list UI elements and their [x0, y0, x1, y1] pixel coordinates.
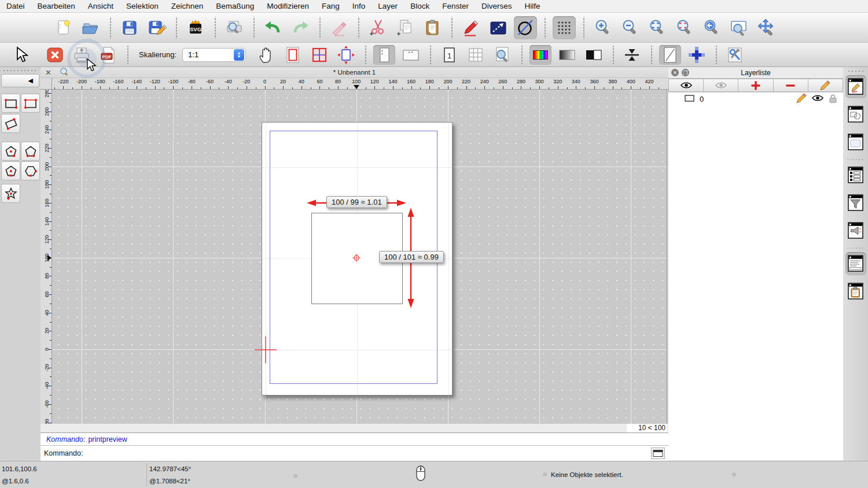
drawing-viewport[interactable]: 100 / 99 ≈ 1.01 100 / 101 ≈ 0.99	[52, 90, 667, 424]
new-document-button[interactable]	[52, 16, 75, 39]
zoom-page-button[interactable]	[491, 45, 513, 65]
zoom-in-button[interactable]	[591, 16, 615, 39]
layer-row[interactable]: 0	[668, 93, 843, 105]
ruler-tick	[576, 86, 576, 89]
print-preview-button[interactable]	[223, 16, 246, 39]
settings-tools-button[interactable]	[724, 45, 746, 65]
menu-fenster[interactable]: Fenster	[436, 0, 475, 13]
landscape-page-button[interactable]	[400, 45, 422, 65]
menu-zeichnen[interactable]: Zeichnen	[165, 0, 210, 13]
menu-info[interactable]: Info	[346, 0, 372, 13]
menu-datei[interactable]: Datei	[0, 0, 31, 13]
menu-ansicht[interactable]: Ansicht	[82, 0, 120, 13]
dock-command-button[interactable]	[845, 252, 866, 275]
draw-pen-button[interactable]	[459, 16, 483, 39]
menu-block[interactable]: Block	[404, 0, 436, 13]
polygon-2vertices-tool-button[interactable]	[21, 142, 40, 161]
draft-mode-button[interactable]	[514, 16, 537, 39]
zoom-out-button[interactable]	[619, 16, 642, 39]
pan-hand-button[interactable]	[255, 45, 277, 65]
layer-rect-icon	[685, 94, 695, 104]
edit-layer-button[interactable]	[808, 79, 843, 92]
ruler-label: 240	[44, 124, 50, 135]
toolbar-separator	[172, 17, 180, 39]
blackwhite-mode-button[interactable]	[583, 45, 605, 65]
crosshair-plus-button[interactable]	[686, 45, 708, 65]
grid-spacing-status: 10 < 100	[627, 424, 667, 432]
relative-polar-coordinates: @1.7088<21°	[149, 478, 190, 485]
layer-visibility-icon[interactable]	[811, 93, 824, 105]
ruler-label: -40	[44, 380, 50, 391]
rotated-rect-tool-button[interactable]	[1, 114, 20, 133]
scale-select[interactable]: 1:1▲▼	[182, 48, 246, 62]
dock-shapes-button[interactable]	[845, 103, 866, 126]
polygon-center-vertex-tool-button[interactable]	[1, 142, 20, 161]
eye-visible-button[interactable]	[668, 79, 704, 92]
palette-back-button[interactable]: ◀	[1, 74, 39, 87]
dock-blank-button[interactable]	[845, 131, 866, 154]
portrait-page-button[interactable]	[373, 45, 395, 65]
printer-button[interactable]	[71, 45, 93, 65]
menu-diverses[interactable]: Diverses	[475, 0, 518, 13]
save-as-button[interactable]	[145, 16, 168, 39]
close-x-button[interactable]	[44, 45, 66, 65]
vertical-fit-button[interactable]	[621, 45, 643, 65]
pages-grid-button[interactable]	[308, 45, 330, 65]
stepper-icon[interactable]: ▲▼	[234, 49, 244, 61]
delete-eraser-button[interactable]	[328, 16, 351, 39]
undo-button[interactable]	[262, 16, 285, 39]
menu-fang[interactable]: Fang	[315, 0, 346, 13]
paste-button[interactable]	[421, 16, 444, 39]
color-mode-button[interactable]	[529, 45, 551, 65]
fit-page-button[interactable]	[335, 45, 357, 65]
add-layer-button[interactable]	[738, 79, 773, 92]
open-folder-button[interactable]	[79, 16, 102, 39]
grayscale-mode-button[interactable]	[556, 45, 578, 65]
hexagon-tool-button[interactable]	[21, 161, 40, 180]
dock-block-button[interactable]	[845, 219, 866, 242]
page-line-button[interactable]	[659, 45, 681, 65]
export-pdf-button[interactable]: PDF	[97, 45, 119, 65]
palette-drag-handle[interactable]	[2, 69, 38, 72]
single-page-button[interactable]: 1	[438, 45, 460, 65]
zoom-pan-button[interactable]	[755, 16, 778, 39]
edit-layer-icon[interactable]	[795, 93, 808, 106]
save-button[interactable]	[118, 16, 141, 39]
zoom-selection-button[interactable]	[673, 16, 696, 39]
command-detach-button[interactable]	[651, 448, 665, 459]
menu-modifizieren[interactable]: Modifizieren	[260, 0, 315, 13]
cut-button[interactable]	[366, 16, 389, 39]
zoom-window-button[interactable]	[727, 16, 751, 39]
paper-border-button[interactable]	[282, 45, 304, 65]
menu-bearbeiten[interactable]: Bearbeiten	[31, 0, 82, 13]
menu-layer[interactable]: Layer	[372, 0, 404, 13]
remove-layer-button[interactable]	[774, 79, 808, 92]
rect-3points-tool-button[interactable]	[21, 94, 40, 113]
menu-bemaung[interactable]: Bemaßung	[209, 0, 260, 13]
menu-hilfe[interactable]: Hilfe	[518, 0, 546, 13]
main-toolbar: SVG	[0, 13, 868, 43]
polygon-center-side-tool-button[interactable]	[1, 161, 20, 180]
menu-selektion[interactable]: Selektion	[120, 0, 165, 13]
layer-lock-icon[interactable]	[827, 93, 838, 105]
dock-draw-button[interactable]	[845, 75, 866, 98]
dock-clipboard-button[interactable]	[845, 280, 866, 303]
command-input-line[interactable]: Kommando:	[41, 445, 668, 461]
export-svg-button[interactable]: SVG	[184, 16, 207, 39]
dock-drag-handle[interactable]	[847, 70, 865, 72]
redo-button[interactable]	[289, 16, 312, 39]
dock-list-button[interactable]	[845, 164, 866, 187]
dashed-arrow-box-button[interactable]	[487, 16, 510, 39]
copy-button[interactable]	[393, 16, 417, 39]
rect-2points-tool-button[interactable]	[1, 94, 20, 113]
selection-pointer-button[interactable]	[10, 45, 31, 65]
ruler-tick	[621, 87, 622, 89]
zoom-auto-button[interactable]	[646, 16, 669, 39]
dock-filter-button[interactable]	[845, 191, 866, 215]
zoom-previous-button[interactable]	[700, 16, 723, 39]
multi-page-button[interactable]	[465, 45, 487, 65]
eye-hidden-button[interactable]	[704, 79, 738, 92]
draft-mode-icon	[516, 18, 535, 38]
grid-toggle-button[interactable]	[553, 16, 576, 39]
star-tool-button[interactable]	[1, 184, 20, 203]
